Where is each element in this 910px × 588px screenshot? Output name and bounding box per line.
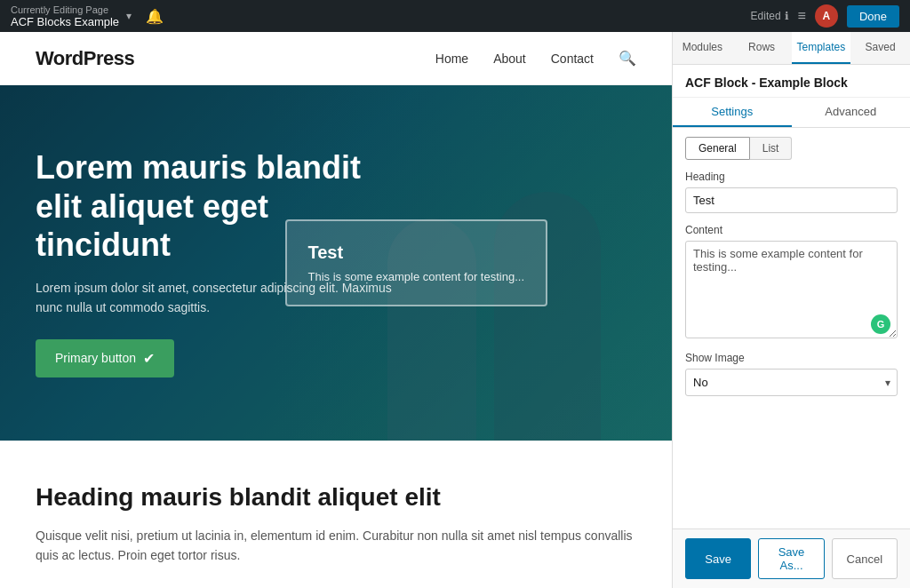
show-image-select[interactable]: No Yes: [685, 369, 898, 396]
tab-rows[interactable]: Rows: [732, 32, 792, 64]
subtab-general[interactable]: General: [685, 137, 750, 160]
grammarly-icon: G: [871, 314, 890, 334]
search-icon[interactable]: 🔍: [619, 50, 636, 67]
heading-label: Heading: [685, 171, 898, 183]
admin-bar-right: Edited ℹ ≡ A Done: [751, 4, 899, 28]
content-field-group: Content G: [673, 213, 910, 341]
sidebar-panel: Modules Rows Templates Saved ACF Block -…: [672, 32, 910, 588]
subtab-list[interactable]: List: [750, 137, 793, 160]
sidebar-top-tabs: Modules Rows Templates Saved: [673, 32, 910, 65]
hero-block-card: Test This is some example content for te…: [285, 219, 548, 306]
page-title: ACF Blocks Example: [11, 15, 119, 28]
nav-link-contact[interactable]: Contact: [551, 52, 594, 66]
done-button[interactable]: Done: [847, 5, 899, 28]
below-heading: Heading mauris blandit aliquet elit: [36, 483, 636, 512]
below-text: Quisque velit nisi, pretium ut lacinia i…: [36, 526, 636, 566]
info-icon: ℹ: [785, 10, 789, 22]
bell-icon[interactable]: 🔔: [146, 8, 164, 25]
chevron-down-icon[interactable]: ▾: [126, 10, 132, 22]
avatar[interactable]: A: [815, 4, 838, 28]
block-card-text: This is some example content for testing…: [308, 270, 525, 283]
heading-field-group: Heading: [673, 160, 910, 213]
preview-area: WordPress Home About Contact 🔍 Lorem mau…: [0, 32, 672, 588]
tab-settings[interactable]: Settings: [673, 98, 792, 127]
block-card-title: Test: [308, 242, 525, 263]
hero-section: Lorem mauris blandit elit aliquet eget t…: [0, 85, 672, 441]
admin-bar-info: Currently Editing Page ACF Blocks Exampl…: [11, 4, 119, 28]
editing-label: Currently Editing Page: [11, 4, 119, 15]
main-layout: WordPress Home About Contact 🔍 Lorem mau…: [0, 32, 910, 588]
cancel-button[interactable]: Cancel: [832, 538, 898, 579]
sidebar-form-content: General List Heading Content G Show Imag…: [673, 128, 910, 528]
admin-bar: Currently Editing Page ACF Blocks Exampl…: [0, 0, 910, 32]
action-bar: Save Save As... Cancel: [673, 528, 910, 588]
nav-links: Home About Contact 🔍: [435, 50, 636, 67]
save-as-button[interactable]: Save As...: [758, 538, 824, 579]
show-image-field-group: Show Image No Yes ▾: [673, 341, 910, 407]
admin-bar-left: Currently Editing Page ACF Blocks Exampl…: [11, 4, 164, 28]
block-title-bar: ACF Block - Example Block: [673, 65, 910, 98]
check-icon: ✔: [143, 350, 155, 367]
tab-advanced[interactable]: Advanced: [792, 98, 911, 127]
nav-link-home[interactable]: Home: [435, 52, 468, 66]
primary-button[interactable]: Primary button ✔: [36, 339, 174, 377]
tab-templates[interactable]: Templates: [792, 32, 851, 64]
show-image-select-wrapper: No Yes ▾: [685, 369, 898, 396]
content-textarea[interactable]: [685, 241, 898, 338]
settings-tabs: Settings Advanced: [673, 98, 910, 128]
list-view-icon[interactable]: ≡: [798, 8, 806, 24]
tab-saved[interactable]: Saved: [850, 32, 910, 64]
edited-status: Edited ℹ: [751, 10, 789, 22]
heading-input[interactable]: [685, 187, 898, 213]
textarea-wrapper: G: [685, 241, 898, 341]
sub-tabs: General List: [673, 128, 910, 160]
tab-modules[interactable]: Modules: [673, 32, 732, 64]
wordpress-nav: WordPress Home About Contact 🔍: [0, 32, 672, 85]
nav-link-about[interactable]: About: [493, 52, 526, 66]
content-label: Content: [685, 224, 898, 236]
wordpress-logo: WordPress: [36, 47, 134, 70]
below-hero-section: Heading mauris blandit aliquet elit Quis…: [0, 441, 672, 588]
block-title: ACF Block - Example Block: [685, 75, 898, 90]
show-image-label: Show Image: [685, 352, 898, 364]
save-button[interactable]: Save: [685, 538, 751, 579]
button-label: Primary button: [55, 351, 136, 365]
